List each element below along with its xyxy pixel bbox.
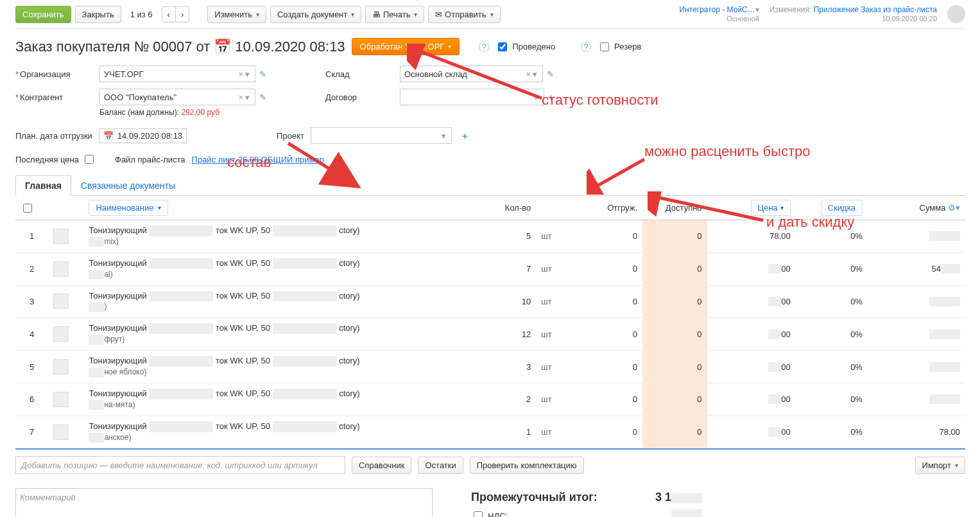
clear-icon[interactable]: × — [238, 69, 243, 79]
price-file-label: Файл прайс-листа — [115, 155, 185, 164]
select-all[interactable] — [23, 204, 32, 213]
create-doc-menu[interactable]: Создать документ▾ — [270, 6, 361, 23]
discount-column-btn[interactable]: Скидка — [821, 200, 863, 216]
th-avail: Доступно — [642, 196, 707, 220]
th-sum: Сумма ⚙▾ — [868, 196, 965, 220]
print-menu[interactable]: 🖶 Печать▾ — [365, 6, 424, 23]
table-row[interactable]: 7Тонизирующий xxxxxxxxxxx ток WK UP, 50 … — [15, 416, 965, 448]
processed-checkbox[interactable]: Проведено — [495, 40, 555, 53]
add-row: Добавить позицию — введите наименование,… — [15, 448, 965, 480]
clear-icon[interactable]: × — [238, 92, 243, 102]
thumb — [53, 294, 69, 309]
clear-icon[interactable]: × — [526, 69, 531, 79]
integrator-sub: Основной — [726, 15, 759, 22]
last-price-checkbox[interactable]: Последняя цена — [15, 153, 96, 166]
header-right: Интегратор - МойС…▾ Основной Изменения: … — [679, 5, 965, 23]
check-button[interactable]: Проверить комплектацию — [470, 457, 584, 474]
contract-input[interactable]: ▾ — [400, 89, 544, 105]
remove-file-icon[interactable]: ✕ — [334, 155, 341, 164]
positions-table: Наименование▾ Кол-во Отгруж. Доступно Це… — [15, 196, 965, 448]
tab-related[interactable]: Связанные документы — [71, 175, 185, 196]
add-project-icon[interactable]: + — [462, 130, 468, 141]
catalog-button[interactable]: Справочник — [352, 457, 412, 474]
stock-button[interactable]: Остатки — [418, 457, 463, 474]
add-contract-icon[interactable]: + — [548, 92, 554, 103]
thumb — [53, 229, 69, 244]
price-file-link[interactable]: Прайс лист 26.08 ОБЩИЙ пример — [192, 155, 324, 164]
avatar[interactable] — [947, 5, 965, 23]
gear-icon[interactable]: ⚙▾ — [948, 203, 960, 213]
send-menu[interactable]: ✉ Отправить▾ — [428, 6, 500, 23]
project-input[interactable]: ▾ — [311, 127, 452, 144]
nds-checkbox[interactable]: НДС: — [471, 509, 508, 517]
pager-arrows: ‹ › — [162, 6, 190, 22]
table-row[interactable]: 1Тонизирующий xxxxxxxxxxx ток WK UP, 50 … — [15, 220, 965, 253]
mail-icon: ✉ — [435, 10, 442, 19]
save-button[interactable]: Сохранить — [15, 6, 71, 23]
reserve-checkbox[interactable]: Резерв — [597, 40, 641, 53]
pager-text: 1 из 6 — [130, 10, 153, 19]
close-button[interactable]: Закрыть — [75, 6, 121, 23]
counterparty-input[interactable]: ООО "Покупатель" ×▾ — [99, 89, 255, 105]
changes-ts: 10.09.2020 08:20 — [882, 15, 937, 22]
doc-title: Заказ покупателя № 00007 от 📅 10.09.2020… — [15, 39, 345, 55]
changes-label: Изменения: — [769, 5, 812, 14]
add-position-input[interactable]: Добавить позицию — введите наименование,… — [15, 456, 345, 474]
next-button[interactable]: › — [176, 7, 189, 22]
integrator-link[interactable]: Интегратор - МойС… — [679, 5, 755, 14]
table-row[interactable]: 3Тонизирующий xxxxxxxxxxx ток WK UP, 50 … — [15, 285, 965, 318]
table-row[interactable]: 5Тонизирующий xxxxxxxxxxx ток WK UP, 50 … — [15, 351, 965, 383]
thumb — [53, 261, 69, 277]
counterparty-label: Контрагент — [15, 92, 89, 102]
plan-date-input[interactable]: 📅 14.09.2020 08:13 — [99, 128, 187, 143]
chevron-down-icon[interactable]: ▾ — [533, 69, 537, 79]
project-label: Проект — [277, 131, 304, 141]
chevron-down-icon[interactable]: ▾ — [245, 69, 250, 79]
tabs: Главная Связанные документы — [15, 175, 965, 196]
calendar-icon[interactable]: 📅 — [214, 39, 231, 55]
price-column-btn[interactable]: Цена▾ — [751, 200, 791, 216]
print-icon: 🖶 — [372, 10, 381, 19]
comment-textarea[interactable]: Комментарий — [15, 488, 433, 517]
org-input[interactable]: УЧЕТ.ОРГ ×▾ — [99, 66, 255, 82]
title-row: Заказ покупателя № 00007 от 📅 10.09.2020… — [15, 29, 965, 59]
changes-link[interactable]: Приложение Заказ из прайс-листа — [814, 5, 937, 14]
warehouse-input[interactable]: Основной склад ×▾ — [400, 66, 543, 82]
table-row[interactable]: 6Тонизирующий xxxxxxxxxxx ток WK UP, 50 … — [15, 383, 965, 416]
table-row[interactable]: 2Тонизирующий xxxxxxxxxxx ток WK UP, 50 … — [15, 252, 965, 285]
warehouse-label: Склад — [325, 69, 390, 79]
th-shipped: Отгруж. — [572, 196, 643, 220]
edit-warehouse-icon[interactable]: ✎ — [547, 69, 554, 79]
edit-org-icon[interactable]: ✎ — [259, 69, 266, 79]
subtotal-label: Промежуточный итог: — [471, 491, 597, 504]
prev-button[interactable]: ‹ — [162, 7, 176, 22]
thumb — [53, 425, 69, 440]
toolbar: Сохранить Закрыть 1 из 6 ‹ › Изменить▾ С… — [15, 5, 965, 29]
tab-main[interactable]: Главная — [15, 175, 71, 196]
chevron-down-icon[interactable]: ▾ — [245, 92, 250, 102]
contract-label: Договор — [325, 92, 390, 102]
plan-date-label: План. дата отгрузки — [15, 131, 92, 141]
edit-counterparty-icon[interactable]: ✎ — [259, 92, 266, 102]
help-icon-2[interactable]: ? — [581, 42, 591, 52]
th-qty: Кол-во — [474, 196, 537, 220]
org-label: Организация — [15, 69, 89, 79]
form-grid: Организация УЧЕТ.ОРГ ×▾ ✎ Склад Основной… — [15, 59, 965, 123]
totals: Промежуточный итог: 3 1xxxx НДС: xxxx Ит… — [471, 488, 702, 517]
thumb — [53, 326, 69, 342]
chevron-down-icon[interactable]: ▾ — [442, 131, 446, 141]
subtotal-value: 3 1 — [655, 491, 671, 504]
balance-row: Баланс (нам должны): 292,00 руб — [99, 108, 266, 117]
thumb — [53, 359, 69, 374]
thumb — [53, 392, 69, 407]
name-column-btn[interactable]: Наименование▾ — [89, 200, 168, 216]
table-row[interactable]: 4Тонизирующий xxxxxxxxxxx ток WK UP, 50 … — [15, 318, 965, 351]
help-icon[interactable]: ? — [479, 42, 489, 52]
status-button[interactable]: Обработан УЧЕТ.ОРГ▾ — [352, 38, 460, 55]
calendar-icon: 📅 — [103, 131, 114, 141]
edit-menu[interactable]: Изменить▾ — [207, 6, 266, 23]
chevron-down-icon[interactable]: ▾ — [534, 92, 538, 102]
import-button[interactable]: Импорт▾ — [915, 457, 965, 474]
